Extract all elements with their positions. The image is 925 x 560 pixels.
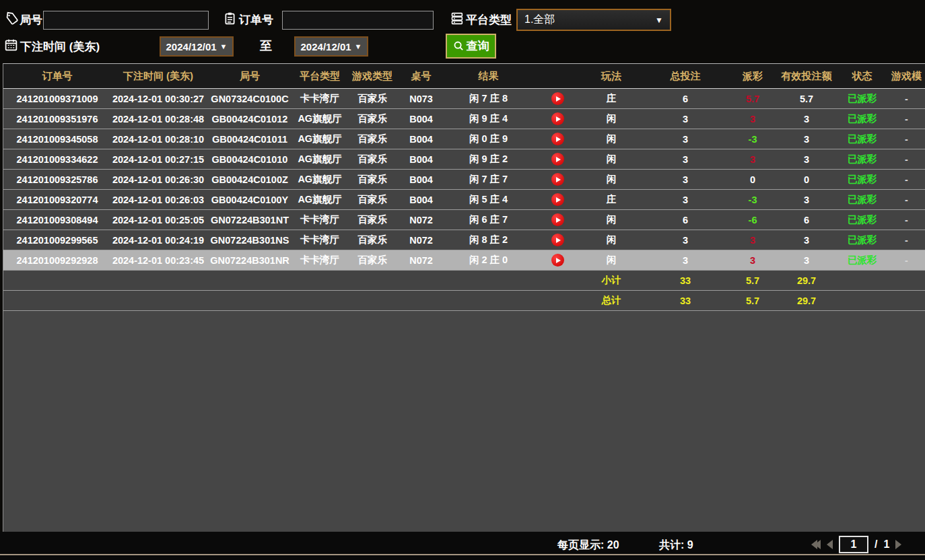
pager-controls: / 1	[811, 536, 901, 553]
cell-bettype: 庄	[581, 193, 642, 206]
play-icon	[556, 258, 561, 263]
column-header-round[interactable]: 局号	[205, 70, 294, 83]
table-row[interactable]: 2412010093710092024-12-01 00:30:27GN0732…	[3, 89, 925, 109]
platform-type-select[interactable]: 1.全部 ▼	[516, 9, 671, 31]
column-header-status[interactable]: 状态	[837, 70, 887, 83]
column-header-game[interactable]: 游戏类型	[345, 70, 399, 83]
cell-time: 2024-12-01 00:26:03	[111, 195, 205, 205]
total-row[interactable]: 总计335.729.7	[3, 291, 925, 311]
cell-valid: 3	[776, 195, 837, 205]
play-video-button[interactable]	[551, 193, 564, 206]
column-header-platform[interactable]: 平台类型	[294, 70, 345, 83]
column-header-total[interactable]: 总投注	[642, 70, 729, 83]
cell-play	[534, 153, 581, 166]
cell-order: 241201009351976	[3, 114, 111, 125]
play-video-button[interactable]	[551, 112, 564, 125]
cell-result: 闲 7 庄 8	[443, 92, 534, 105]
cell-play	[534, 173, 581, 186]
column-header-order[interactable]: 订单号	[3, 70, 111, 83]
prev-page-button[interactable]	[827, 540, 833, 549]
cell-status: 已派彩	[837, 213, 887, 226]
cell-bettype: 总计	[581, 294, 642, 307]
cell-bettype: 小计	[581, 274, 642, 287]
play-video-button[interactable]	[551, 254, 564, 267]
cell-payout: 5.7	[729, 94, 776, 104]
play-video-button[interactable]	[551, 153, 564, 166]
next-page-button[interactable]	[895, 540, 901, 549]
cell-time: 2024-12-01 00:28:10	[111, 134, 205, 145]
cell-total: 6	[642, 94, 729, 104]
play-video-button[interactable]	[551, 213, 564, 226]
column-header-valid[interactable]: 有效投注额	[776, 70, 837, 83]
table-row[interactable]: 2412010093084942024-12-01 00:25:05GN0722…	[3, 210, 925, 230]
cell-valid: 3	[776, 255, 837, 266]
cell-status: 已派彩	[837, 254, 887, 267]
play-icon	[556, 116, 561, 122]
cell-tableno: B004	[399, 154, 443, 165]
cell-payout: -3	[729, 195, 776, 205]
cell-bettype: 闲	[581, 254, 642, 267]
table-row[interactable]: 2412010093346222024-12-01 00:27:15GB0042…	[3, 149, 925, 170]
round-id-input[interactable]	[43, 11, 209, 30]
play-video-button[interactable]	[551, 234, 564, 246]
column-header-tableno[interactable]: 桌号	[399, 70, 443, 83]
page-number-input[interactable]	[839, 536, 868, 553]
table-row[interactable]: 2412010093207742024-12-01 00:26:03GB0042…	[3, 190, 925, 210]
cell-time: 2024-12-01 00:26:30	[111, 174, 205, 185]
cell-play	[534, 92, 581, 105]
column-header-mode[interactable]: 游戏模	[887, 70, 925, 83]
cell-game: 百家乐	[345, 234, 399, 246]
cell-order: 241201009299565	[3, 235, 111, 246]
cell-result: 闲 2 庄 0	[443, 254, 534, 267]
query-button[interactable]: 查询	[446, 34, 496, 59]
play-video-button[interactable]	[551, 173, 564, 186]
cell-platform: AG旗舰厅	[294, 173, 345, 186]
cell-tableno: N072	[399, 255, 443, 266]
cell-mode: -	[887, 134, 925, 145]
first-page-button[interactable]	[811, 540, 821, 549]
cell-time: 2024-12-01 00:27:15	[111, 154, 205, 165]
cell-mode: -	[887, 195, 925, 205]
cell-result: 闲 6 庄 7	[443, 213, 534, 226]
date-from-picker[interactable]: 2024/12/01 ▼	[160, 36, 234, 57]
play-video-button[interactable]	[551, 92, 564, 105]
table-row[interactable]: 2412010093450582024-12-01 00:28:10GB0042…	[3, 129, 925, 149]
cell-result: 闲 0 庄 9	[443, 133, 534, 145]
page-size-value: 20	[607, 539, 619, 551]
query-button-label: 查询	[467, 38, 489, 54]
play-icon	[556, 157, 561, 162]
cell-round: GB00424C01011	[205, 134, 294, 145]
cell-platform: AG旗舰厅	[294, 193, 345, 206]
cell-status: 已派彩	[837, 173, 887, 186]
cell-platform: 卡卡湾厅	[294, 92, 345, 105]
table-row[interactable]: 2412010093519762024-12-01 00:28:48GB0042…	[3, 109, 925, 129]
column-header-result[interactable]: 结果	[443, 70, 534, 83]
chevron-down-icon: ▼	[355, 42, 362, 50]
clipboard-icon	[223, 11, 237, 26]
page-size-text: 每页显示: 20	[557, 538, 619, 553]
order-id-input[interactable]	[282, 11, 434, 30]
column-header-time[interactable]: 下注时间 (美东)	[111, 70, 205, 83]
play-video-button[interactable]	[551, 133, 564, 145]
cell-total: 3	[642, 174, 729, 185]
cell-payout: -3	[729, 134, 776, 145]
table-empty-area	[3, 311, 925, 532]
date-to-picker[interactable]: 2024/12/01 ▼	[294, 36, 368, 57]
subtotal-row[interactable]: 小计335.729.7	[3, 271, 925, 291]
column-header-payout[interactable]: 派彩	[729, 70, 776, 83]
cell-status: 已派彩	[837, 133, 887, 145]
cell-payout: 3	[729, 114, 776, 125]
cell-order: 241201009371009	[3, 94, 111, 104]
cell-order: 241201009292928	[3, 255, 111, 266]
date-from-value: 2024/12/01	[166, 41, 217, 53]
cell-result: 闲 8 庄 2	[443, 234, 534, 246]
cell-status: 已派彩	[837, 234, 887, 246]
table-row[interactable]: 2412010092995652024-12-01 00:24:19GN0722…	[3, 230, 925, 250]
server-icon	[450, 11, 464, 26]
cell-order: 241201009320774	[3, 195, 111, 205]
cell-payout: 0	[729, 174, 776, 185]
column-header-bettype[interactable]: 玩法	[581, 70, 642, 83]
table-row[interactable]: 2412010093257862024-12-01 00:26:30GB0042…	[3, 170, 925, 190]
page-separator: /	[875, 538, 877, 551]
table-row[interactable]: 2412010092929282024-12-01 00:23:45GN0722…	[3, 250, 925, 271]
